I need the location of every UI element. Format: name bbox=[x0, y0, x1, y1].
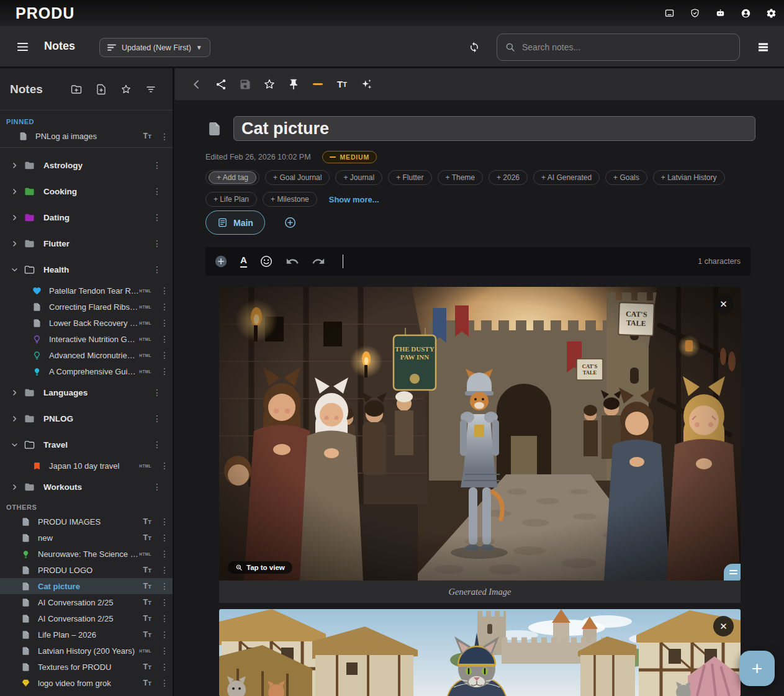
sidebar-note-japan-10-day-travel[interactable]: Japan 10 day travelHTML⋮ bbox=[0, 458, 173, 474]
filter-icon[interactable] bbox=[145, 84, 156, 95]
add-tab-icon[interactable] bbox=[284, 216, 297, 229]
sidebar-folder-travel[interactable]: Travel⋮ bbox=[0, 432, 173, 458]
chevron-right-icon[interactable] bbox=[10, 187, 19, 196]
sidebar-note-correcting-flared-ribs[interactable]: Correcting Flared Ribs: ...HTML⋮ bbox=[0, 299, 173, 315]
priority-badge[interactable]: MEDIUM bbox=[322, 151, 377, 163]
sidebar-note-neurowave-the-science-of[interactable]: Neurowave: The Science of...HTML⋮ bbox=[0, 546, 173, 562]
item-menu-icon[interactable]: ⋮ bbox=[160, 132, 169, 141]
item-menu-icon[interactable]: ⋮ bbox=[160, 533, 169, 542]
sidebar-folder-languages[interactable]: Languages⋮ bbox=[0, 379, 173, 405]
sidebar-note-textures-for-produ[interactable]: Textures for PRODUTT⋮ bbox=[0, 659, 173, 675]
text-format-icon[interactable]: TT bbox=[336, 78, 348, 91]
settings-gear-icon[interactable] bbox=[766, 8, 777, 19]
show-more-link[interactable]: Show more... bbox=[329, 195, 379, 204]
undo-icon[interactable] bbox=[286, 255, 299, 268]
note-title-input[interactable] bbox=[233, 116, 755, 141]
item-menu-icon[interactable]: ⋮ bbox=[160, 630, 169, 639]
display-icon[interactable] bbox=[664, 8, 675, 19]
tag-chip-ai-generated[interactable]: + AI Generated bbox=[533, 170, 600, 185]
item-menu-icon[interactable]: ⋮ bbox=[153, 239, 161, 248]
item-menu-icon[interactable]: ⋮ bbox=[153, 482, 161, 491]
chevron-right-icon[interactable] bbox=[10, 414, 19, 423]
item-menu-icon[interactable]: ⋮ bbox=[160, 614, 169, 623]
search-input[interactable] bbox=[522, 42, 732, 52]
close-image-icon[interactable]: ✕ bbox=[713, 616, 734, 636]
chevron-right-icon[interactable] bbox=[10, 388, 19, 397]
back-icon[interactable] bbox=[191, 78, 203, 91]
shield-icon[interactable] bbox=[690, 8, 700, 19]
item-menu-icon[interactable]: ⋮ bbox=[160, 461, 169, 470]
share-icon[interactable] bbox=[215, 78, 227, 91]
sidebar-note-lower-back-recovery-pla[interactable]: Lower Back Recovery Pla...HTML⋮ bbox=[0, 315, 173, 331]
new-folder-icon[interactable] bbox=[71, 84, 82, 95]
item-menu-icon[interactable]: ⋮ bbox=[153, 414, 161, 423]
add-note-fab[interactable]: + bbox=[739, 651, 775, 686]
menu-hamburger-icon[interactable] bbox=[17, 42, 28, 52]
sidebar-note-a-comprehensive-guide[interactable]: A Comprehensive Guide ...HTML⋮ bbox=[0, 363, 173, 379]
chevron-right-icon[interactable] bbox=[10, 239, 19, 248]
sidebar-folder-flutter[interactable]: Flutter⋮ bbox=[0, 230, 173, 256]
text-color-icon[interactable]: A bbox=[240, 255, 247, 268]
sidebar-folder-workouts[interactable]: Workouts⋮ bbox=[0, 474, 173, 500]
account-icon[interactable] bbox=[741, 8, 751, 19]
tap-to-view-pill[interactable]: Tap to view bbox=[228, 561, 292, 574]
tag-chip-goal-journal[interactable]: + Goal Journal bbox=[265, 170, 330, 185]
tag-chip-latvian-history[interactable]: + Latvian History bbox=[653, 170, 725, 185]
chevron-right-icon[interactable] bbox=[10, 213, 19, 222]
tag-chip-life-plan[interactable]: + Life Plan bbox=[205, 192, 257, 207]
item-menu-icon[interactable]: ⋮ bbox=[153, 187, 161, 196]
item-menu-icon[interactable]: ⋮ bbox=[160, 351, 169, 359]
generated-image-card-2[interactable]: ✕ bbox=[219, 609, 741, 696]
redo-icon[interactable] bbox=[312, 255, 325, 268]
view-toggle-icon[interactable] bbox=[758, 43, 768, 52]
tag-chip-2026[interactable]: + 2026 bbox=[489, 170, 528, 185]
item-menu-icon[interactable]: ⋮ bbox=[160, 286, 169, 295]
sidebar-folder-dating[interactable]: Dating⋮ bbox=[0, 204, 173, 230]
insert-plus-icon[interactable] bbox=[214, 255, 228, 268]
generated-image-2[interactable] bbox=[219, 609, 741, 696]
sidebar-note-advanced-micronutrient[interactable]: Advanced Micronutrient...HTML⋮ bbox=[0, 347, 173, 363]
item-menu-icon[interactable]: ⋮ bbox=[153, 388, 161, 397]
item-menu-icon[interactable]: ⋮ bbox=[153, 161, 161, 169]
sync-icon[interactable] bbox=[469, 42, 480, 53]
close-image-icon[interactable]: ✕ bbox=[713, 294, 734, 314]
chevron-down-icon[interactable] bbox=[10, 440, 19, 450]
item-menu-icon[interactable]: ⋮ bbox=[153, 213, 161, 222]
sort-dropdown[interactable]: Updated (New First) ▼ bbox=[99, 38, 210, 57]
ai-sparkles-icon[interactable] bbox=[360, 78, 372, 91]
sidebar-note-life-plan-2026[interactable]: Life Plan – 2026TT⋮ bbox=[0, 626, 173, 643]
item-menu-icon[interactable]: ⋮ bbox=[160, 335, 169, 343]
chevron-down-icon[interactable] bbox=[10, 265, 19, 274]
search-box[interactable] bbox=[497, 34, 740, 61]
sidebar-note-new[interactable]: newTT⋮ bbox=[0, 530, 173, 546]
tag-chip-goals[interactable]: + Goals bbox=[605, 170, 647, 185]
priority-indicator[interactable] bbox=[312, 78, 324, 91]
sidebar-note-cat-picture[interactable]: Cat pictureTT⋮ bbox=[0, 578, 173, 594]
sidebar-folder-cooking[interactable]: Cooking⋮ bbox=[0, 178, 173, 204]
add-tag-chip[interactable]: + Add tag bbox=[205, 170, 259, 185]
item-menu-icon[interactable]: ⋮ bbox=[160, 598, 169, 607]
sidebar-note-produ-images[interactable]: PRODU IMAGESTT⋮ bbox=[0, 513, 173, 530]
tag-chip-flutter[interactable]: + Flutter bbox=[388, 170, 431, 185]
sidebar-note-latvian-history-200-years[interactable]: Latvian History (200 Years)HTML⋮ bbox=[0, 643, 173, 659]
item-menu-icon[interactable]: ⋮ bbox=[160, 549, 169, 558]
sidebar-note-produ-logo[interactable]: PRODU LOGOTT⋮ bbox=[0, 562, 173, 578]
save-icon[interactable] bbox=[239, 78, 251, 91]
sidebar-note-patellar-tendon-tear-rec[interactable]: Patellar Tendon Tear Rec...HTML⋮ bbox=[0, 282, 173, 299]
pin-icon[interactable] bbox=[287, 78, 300, 91]
favorites-star-icon[interactable] bbox=[120, 84, 132, 95]
item-menu-icon[interactable]: ⋮ bbox=[153, 440, 161, 449]
item-menu-icon[interactable]: ⋮ bbox=[160, 582, 169, 590]
new-note-icon[interactable] bbox=[96, 84, 107, 95]
item-menu-icon[interactable]: ⋮ bbox=[160, 566, 169, 574]
item-menu-icon[interactable]: ⋮ bbox=[160, 679, 169, 687]
sidebar-note-interactive-nutrition-gui[interactable]: Interactive Nutrition Gui...HTML⋮ bbox=[0, 331, 173, 347]
item-menu-icon[interactable]: ⋮ bbox=[153, 265, 161, 274]
tab-main[interactable]: Main bbox=[205, 210, 265, 235]
sidebar-folder-astrology[interactable]: Astrology⋮ bbox=[0, 152, 173, 178]
favorite-star-icon[interactable] bbox=[263, 78, 276, 91]
chevron-right-icon[interactable] bbox=[10, 161, 19, 170]
sidebar-note-ai-conversation-2-25[interactable]: AI Conversation 2/25TT⋮ bbox=[0, 610, 173, 626]
generated-image-card-1[interactable]: THE DUSTYPAW INN CAT'STALE CAT'STALE bbox=[219, 287, 741, 581]
item-menu-icon[interactable]: ⋮ bbox=[160, 319, 169, 327]
